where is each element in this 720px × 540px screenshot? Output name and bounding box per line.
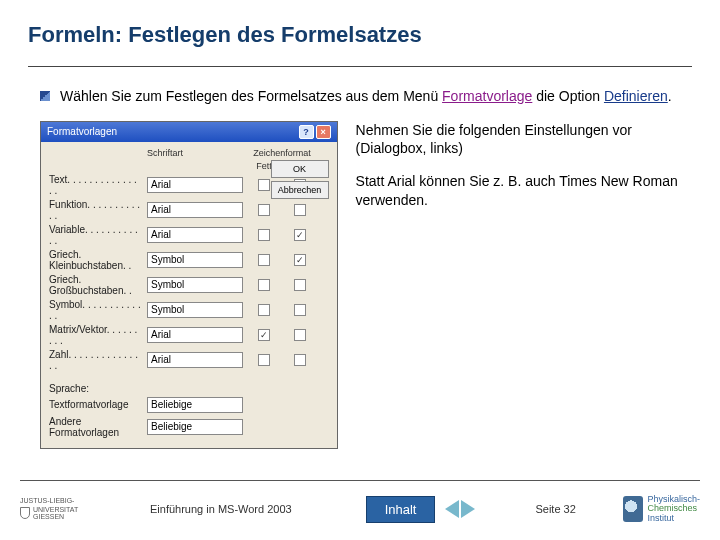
- next-arrow-icon[interactable]: [461, 500, 475, 518]
- bullet-text: Wählen Sie zum Festlegen des Formelsatze…: [60, 87, 672, 107]
- dialog-title-text: Formatvorlagen: [47, 126, 117, 137]
- otherfmt-label: Andere Formatvorlagen: [49, 416, 141, 438]
- font-select[interactable]: Arial: [147, 177, 243, 193]
- col-schriftart: Schriftart: [147, 148, 243, 158]
- font-select[interactable]: Symbol: [147, 302, 243, 318]
- col-zeichenformat: Zeichenformat: [249, 148, 315, 158]
- uni-logo: JUSTUS-LIEBIG- UNIVERSITATGIESSEN: [20, 497, 140, 521]
- bullet-item: Wählen Sie zum Festlegen des Formelsatze…: [28, 87, 692, 107]
- shield-icon: [20, 507, 30, 519]
- footer: JUSTUS-LIEBIG- UNIVERSITATGIESSEN Einfüh…: [0, 480, 720, 540]
- dialog-titlebar: Formatvorlagen ? ×: [41, 122, 337, 142]
- bold-checkbox[interactable]: [258, 279, 270, 291]
- italic-checkbox[interactable]: ✓: [294, 254, 306, 266]
- bold-checkbox[interactable]: [258, 229, 270, 241]
- italic-checkbox[interactable]: [294, 204, 306, 216]
- font-select[interactable]: Arial: [147, 352, 243, 368]
- bullet-icon: [40, 91, 50, 101]
- bold-checkbox[interactable]: [258, 254, 270, 266]
- italic-checkbox[interactable]: [294, 329, 306, 341]
- side-p2: Statt Arial können Sie z. B. auch Times …: [356, 172, 692, 210]
- font-select[interactable]: Arial: [147, 327, 243, 343]
- page-title: Formeln: Festlegen des Formelsatzes: [28, 22, 692, 48]
- otherfmt-select[interactable]: Beliebige: [147, 419, 243, 435]
- page-number: Seite 32: [535, 503, 575, 515]
- font-select[interactable]: Arial: [147, 227, 243, 243]
- dialog-formatvorlagen: Formatvorlagen ? × OK Abbrechen Schrifta…: [40, 121, 338, 449]
- row-label: Griech. Kleinbuchstaben. .: [49, 249, 141, 271]
- side-p1: Nehmen Sie die folgenden Einstellungen v…: [356, 121, 692, 159]
- bold-checkbox[interactable]: [258, 304, 270, 316]
- row-label: Griech. Großbuchstaben. .: [49, 274, 141, 296]
- row-label: Funktion. . . . . . . . . . . .: [49, 199, 141, 221]
- row-label: Matrix/Vektor. . . . . . . . .: [49, 324, 141, 346]
- italic-checkbox[interactable]: [294, 279, 306, 291]
- font-select[interactable]: Symbol: [147, 252, 243, 268]
- font-select[interactable]: Arial: [147, 202, 243, 218]
- textfmt-label: Textformatvorlage: [49, 399, 141, 410]
- help-button[interactable]: ?: [299, 125, 314, 139]
- title-rule: [28, 66, 692, 67]
- italic-checkbox[interactable]: ✓: [294, 229, 306, 241]
- link-formatvorlage[interactable]: Formatvorlage: [442, 88, 532, 104]
- row-label: Zahl. . . . . . . . . . . . . . .: [49, 349, 141, 371]
- bold-checkbox[interactable]: [258, 204, 270, 216]
- font-select[interactable]: Symbol: [147, 277, 243, 293]
- footer-rule: [20, 480, 700, 481]
- lecture-title: Einführung in MS-Word 2003: [150, 503, 292, 515]
- row-label: Symbol. . . . . . . . . . . . .: [49, 299, 141, 321]
- textfmt-select[interactable]: Beliebige: [147, 397, 243, 413]
- ok-button[interactable]: OK: [271, 160, 329, 178]
- inhalt-button[interactable]: Inhalt: [366, 496, 436, 523]
- institute-icon: [623, 496, 643, 522]
- institute-logo: Physikalisch- Chemisches Institut: [623, 495, 700, 523]
- lang-label: Sprache:: [49, 383, 315, 394]
- link-definieren[interactable]: Definieren: [604, 88, 668, 104]
- row-label: Text. . . . . . . . . . . . . . .: [49, 174, 141, 196]
- bold-checkbox[interactable]: [258, 354, 270, 366]
- bold-checkbox[interactable]: ✓: [258, 329, 270, 341]
- prev-arrow-icon[interactable]: [445, 500, 459, 518]
- close-button[interactable]: ×: [316, 125, 331, 139]
- italic-checkbox[interactable]: [294, 304, 306, 316]
- cancel-button[interactable]: Abbrechen: [271, 181, 329, 199]
- row-label: Variable. . . . . . . . . . . .: [49, 224, 141, 246]
- bold-checkbox[interactable]: [258, 179, 270, 191]
- side-text: Nehmen Sie die folgenden Einstellungen v…: [356, 121, 692, 449]
- italic-checkbox[interactable]: [294, 354, 306, 366]
